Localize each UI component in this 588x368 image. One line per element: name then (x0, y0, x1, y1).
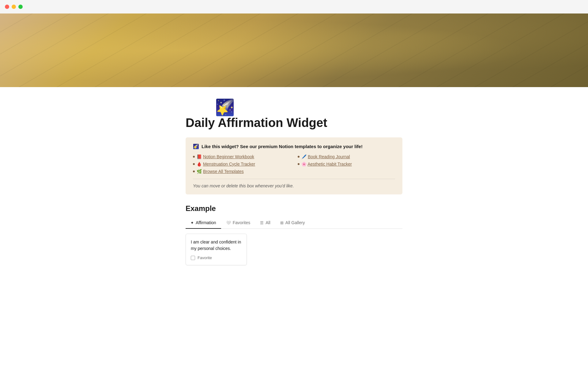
page-title: Daily Affirmation Widget (186, 115, 402, 130)
bullet-icon (193, 163, 195, 165)
callout-link-journal[interactable]: 🖊️ Book Reading Journal (301, 154, 350, 159)
callout-link-cycle[interactable]: 🩸 Menstruation Cycle Tracker (197, 162, 255, 167)
affirmation-tab-label: Affirmation (196, 220, 216, 225)
tab-all[interactable]: ☰ All (255, 218, 275, 229)
callout-note: You can move or delete this box whenever… (193, 183, 395, 188)
tabs-bar: ✦ Affirmation 🤍 Favorites ☰ All ⊞ All Ga… (186, 218, 402, 229)
list-item: 🌸 Aesthetic Habit Tracker (298, 162, 395, 167)
list-item: 🌿 Browse All Templates (193, 169, 290, 174)
checkbox-input[interactable] (191, 256, 195, 260)
favorites-tab-icon: 🤍 (226, 220, 231, 225)
tab-all-gallery[interactable]: ⊞ All Gallery (275, 218, 310, 229)
list-item: 📕 Notion Beginner Workbook (193, 154, 290, 159)
callout-link-habit[interactable]: 🌸 Aesthetic Habit Tracker (301, 162, 352, 167)
list-item: 🖊️ Book Reading Journal (298, 154, 395, 159)
card-favorite-checkbox[interactable]: Favorite (191, 255, 242, 260)
list-item: 🩸 Menstruation Cycle Tracker (193, 162, 290, 167)
callout-lists: 📕 Notion Beginner Workbook 🩸 Menstruatio… (193, 154, 395, 174)
callout-link-browse[interactable]: 🌿 Browse All Templates (197, 169, 244, 174)
bullet-icon (193, 156, 195, 158)
gallery-tab-icon: ⊞ (280, 220, 284, 225)
all-tab-label: All (266, 220, 270, 225)
title-bar (0, 0, 588, 13)
page-icon: 🌠 (186, 99, 402, 115)
callout-link-workbook[interactable]: 📕 Notion Beginner Workbook (197, 154, 254, 159)
bullet-icon (298, 156, 300, 158)
example-section-title: Example (186, 204, 402, 213)
callout-icon: 🌠 (193, 144, 199, 149)
tab-affirmation[interactable]: ✦ Affirmation (186, 218, 221, 229)
bullet-icon (193, 171, 195, 172)
all-tab-icon: ☰ (260, 220, 264, 225)
gallery-tab-label: All Gallery (285, 220, 305, 225)
affirmation-tab-icon: ✦ (190, 220, 194, 225)
main-content: 🌠 Daily Affirmation Widget 🌠 Like this w… (156, 87, 432, 290)
card-text: I am clear and confident in my personal … (191, 239, 242, 252)
callout-left-column: 📕 Notion Beginner Workbook 🩸 Menstruatio… (193, 154, 290, 174)
callout-box: 🌠 Like this widget? See our premium Noti… (186, 137, 402, 194)
favorites-tab-label: Favorites (233, 220, 251, 225)
tab-favorites[interactable]: 🤍 Favorites (221, 218, 255, 229)
minimize-button[interactable] (12, 5, 16, 9)
close-button[interactable] (5, 5, 9, 9)
callout-right-column: 🖊️ Book Reading Journal 🌸 Aesthetic Habi… (298, 154, 395, 174)
affirmation-card: I am clear and confident in my personal … (186, 234, 247, 265)
callout-header: 🌠 Like this widget? See our premium Noti… (193, 144, 395, 149)
callout-divider (193, 179, 395, 179)
maximize-button[interactable] (18, 5, 23, 9)
hero-banner (0, 13, 588, 87)
bullet-icon (298, 163, 300, 165)
callout-header-text: Like this widget? See our premium Notion… (202, 144, 363, 149)
checkbox-label: Favorite (198, 255, 212, 260)
